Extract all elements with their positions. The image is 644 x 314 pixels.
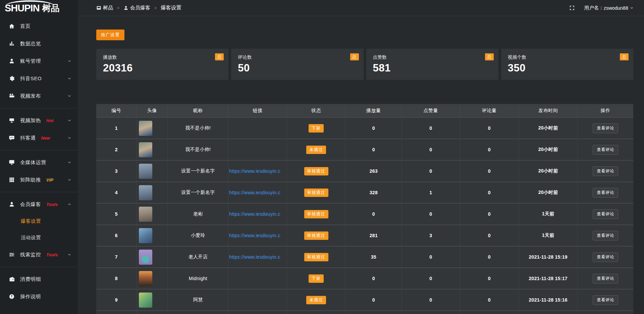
breadcrumb-label: 会员爆客 — [130, 5, 150, 11]
cell-avatar — [137, 139, 168, 160]
sidebar-item-douyin-seo[interactable]: 抖音SEO — [0, 70, 78, 87]
status-badge: 审核通过 — [304, 189, 328, 197]
sliders-icon — [9, 252, 15, 258]
cell-status: 审核通过 — [287, 160, 345, 182]
username-menu[interactable]: 用户名：zswodun88 — [584, 5, 634, 11]
logo: SHUPIN 树品 — [0, 0, 78, 16]
video-link[interactable]: https://www.iesdouyin.c — [229, 168, 280, 174]
view-comments-button[interactable]: 查看评论 — [593, 123, 618, 133]
view-comments-button[interactable]: 查看评论 — [593, 274, 618, 283]
cell-plays: 263 — [345, 160, 402, 182]
sidebar-item-label: 视频发布 — [20, 93, 41, 99]
video-link[interactable]: https://www.iesdouyin.c — [229, 190, 280, 195]
avatar — [139, 142, 152, 157]
sidebar-item-badge: Tools — [46, 252, 58, 257]
total-badge: 总 — [485, 53, 494, 60]
breadcrumb-item-baoke-settings[interactable]: 爆客设置 — [161, 4, 181, 11]
cell-status — [287, 311, 345, 314]
view-comments-button[interactable]: 查看评论 — [593, 188, 618, 198]
column-header: 头像 — [137, 104, 168, 117]
sidebar-subitem-activity-settings[interactable]: 活动设置 — [0, 229, 78, 246]
video-table: 编号头像昵称链接状态播放量点赞量评论量发布时间操作 1我不是小帅!下架00020… — [96, 104, 633, 314]
chevron-down-icon — [67, 118, 72, 123]
fullscreen-icon[interactable] — [569, 5, 575, 11]
logo-arc — [5, 0, 54, 12]
sidebar-item-badge: Tools — [46, 202, 58, 207]
table-row: 3设置一个新名字https://www.iesdouyin.c审核通过26300… — [96, 160, 633, 182]
cell-publish-time: 2021-11-28 15:19 — [519, 246, 578, 268]
stat-value: 20316 — [103, 62, 222, 74]
view-comments-button[interactable]: 查看评论 — [593, 252, 618, 262]
sidebar-divider — [0, 267, 78, 267]
question-icon — [9, 294, 15, 300]
cell-publish-time: 2021-11-28 15:17 — [519, 268, 578, 289]
sidebar-item-consume-detail[interactable]: 消费明细 — [0, 270, 78, 288]
cell-comments: 0 — [460, 268, 519, 289]
view-comments-button[interactable]: 查看评论 — [593, 145, 618, 155]
column-header: 播放量 — [345, 104, 402, 117]
total-badge: 总 — [620, 53, 629, 60]
avatar — [139, 228, 152, 243]
sidebar-subitem-baoke-settings[interactable]: 爆客设置 — [0, 213, 78, 229]
cell-plays — [345, 311, 402, 314]
view-comments-button[interactable]: 查看评论 — [593, 295, 618, 305]
stat-card-1: 评论数50总 — [231, 49, 363, 80]
sidebar-item-clue-monitor[interactable]: 线索监控Tools — [0, 246, 78, 263]
sidebar-item-douketong[interactable]: 抖客通New — [0, 129, 78, 147]
sidebar-item-label: 首页 — [20, 23, 31, 30]
status-badge: 下架 — [309, 124, 324, 133]
chevron-down-icon — [67, 177, 72, 182]
sidebar-item-home[interactable]: 首页 — [0, 17, 78, 35]
status-badge: 下架 — [309, 274, 324, 283]
view-comments-button[interactable]: 查看评论 — [593, 209, 618, 219]
cell-status: 下架 — [287, 117, 345, 139]
column-header: 昵称 — [168, 104, 228, 117]
video-link[interactable]: https://www.iesdouyin.c — [229, 233, 280, 238]
username-value: zswodun88 — [604, 5, 628, 11]
cell-avatar — [137, 311, 168, 314]
cell-number: 5 — [96, 203, 137, 225]
cell-action: 查看评论 — [577, 225, 633, 246]
sidebar-item-data-overview[interactable]: 数据总览 — [0, 35, 78, 52]
cell-number: 4 — [96, 182, 137, 203]
cell-avatar — [137, 203, 168, 225]
user-icon — [123, 5, 128, 10]
sidebar-item-video-publish[interactable]: 视频发布 — [0, 87, 78, 105]
sidebar-divider — [0, 108, 78, 108]
sidebar-item-operation-guide[interactable]: 操作说明 — [0, 288, 78, 305]
user-icon — [9, 58, 15, 64]
avatar — [139, 293, 152, 308]
cell-link — [228, 311, 287, 314]
avatar — [139, 164, 152, 179]
view-comments-button[interactable]: 查看评论 — [593, 231, 618, 241]
promo-settings-button[interactable]: 推广设置 — [96, 30, 124, 40]
sidebar-item-member-baoke[interactable]: 会员爆客Tools — [0, 196, 78, 213]
column-header: 发布时间 — [519, 104, 578, 117]
sidebar-item-media-operation[interactable]: 全媒体运营 — [0, 154, 78, 171]
wallet-icon — [9, 276, 15, 282]
view-comments-button[interactable]: 查看评论 — [593, 166, 618, 176]
breadcrumb-item-member-baoke[interactable]: 会员爆客 — [123, 5, 150, 11]
cell-publish-time — [519, 311, 578, 314]
cell-publish-time: 20小时前 — [519, 160, 578, 182]
avatar — [139, 121, 152, 136]
sidebar-item-label: 账号管理 — [20, 58, 41, 64]
sidebar-item-account-management[interactable]: 账号管理 — [0, 52, 78, 70]
breadcrumb-item-shupin[interactable]: 树品 — [96, 5, 113, 11]
topbar: 树品>会员爆客>爆客设置 用户名：zswodun88 — [78, 0, 644, 16]
cell-nickname: 设置一个新名字 — [168, 182, 228, 203]
cell-publish-time: 2021-11-28 15:16 — [519, 289, 578, 311]
cell-avatar — [137, 289, 168, 311]
sidebar-item-matrix-boost[interactable]: 矩阵助推VIP — [0, 171, 78, 189]
cell-action: 查看评论 — [577, 182, 633, 203]
cell-nickname: 我不是小帅! — [168, 117, 228, 139]
stat-card-0: 播放数20316总 — [96, 49, 228, 80]
video-link[interactable]: https://www.iesdouyin.c — [229, 254, 280, 260]
cell-comments: 0 — [460, 160, 519, 182]
cell-comments: 0 — [460, 246, 519, 268]
video-link[interactable]: https://www.iesdouyin.c — [229, 211, 280, 217]
sidebar-item-video-heat[interactable]: 视频加热Hot — [0, 112, 78, 129]
topbar-right: 用户名：zswodun88 — [569, 5, 634, 11]
avatar — [139, 207, 152, 222]
total-badge: 总 — [215, 53, 224, 60]
